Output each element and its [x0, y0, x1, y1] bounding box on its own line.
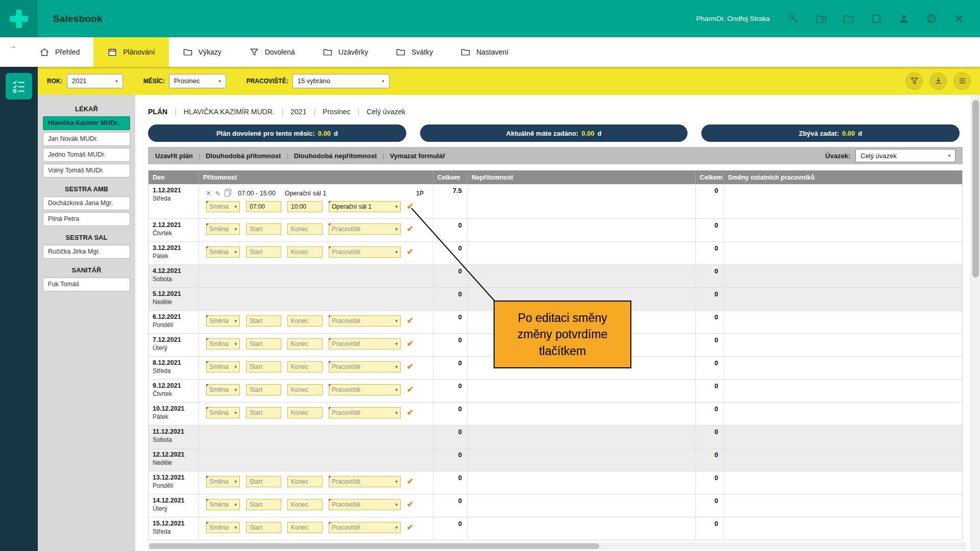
- confirm-shift-button[interactable]: ✔: [407, 363, 413, 371]
- start-time-input[interactable]: [246, 522, 281, 533]
- vertical-scrollbar[interactable]: [971, 95, 980, 551]
- shift-type-select[interactable]: Směna▾: [206, 201, 240, 212]
- workplace-select[interactable]: Operační sál 1▾: [329, 201, 401, 212]
- workplace-select[interactable]: Pracoviště▾: [329, 476, 401, 487]
- shift-type-select[interactable]: Směna▾: [206, 384, 240, 395]
- end-time-input[interactable]: [287, 223, 323, 235]
- start-time-input[interactable]: [246, 407, 281, 418]
- start-time-input[interactable]: [246, 361, 281, 372]
- shift-type-select[interactable]: Směna▾: [206, 361, 240, 372]
- filter-circle-button[interactable]: [905, 72, 923, 90]
- workplace-select[interactable]: Pracoviště▾: [329, 522, 401, 533]
- confirm-shift-button[interactable]: ✔: [407, 317, 413, 325]
- sidebar-item-volny-tomas-mudr[interactable]: Volný Tomáš MUDr.: [43, 164, 130, 178]
- folder-export-icon[interactable]: [815, 12, 828, 26]
- edit-entry-icon[interactable]: ✎: [215, 190, 220, 197]
- nav-item-planovani[interactable]: Plánování: [93, 37, 168, 67]
- end-time-input[interactable]: [287, 201, 323, 212]
- folder-icon[interactable]: [842, 12, 855, 26]
- confirm-shift-button[interactable]: ✔: [407, 248, 413, 256]
- confirm-shift-button[interactable]: ✔: [407, 500, 413, 509]
- workplace-select[interactable]: Pracoviště▾: [329, 338, 401, 349]
- shift-type-select[interactable]: Směna▾: [206, 476, 240, 487]
- end-time-input[interactable]: [287, 338, 323, 349]
- copy-entry-icon[interactable]: [225, 190, 230, 196]
- start-time-input[interactable]: [246, 476, 281, 487]
- end-time-input[interactable]: [287, 384, 323, 395]
- workplace-select[interactable]: Pracoviště▾: [329, 223, 401, 235]
- start-time-input[interactable]: [246, 315, 281, 327]
- confirm-shift-button[interactable]: ✔: [407, 225, 413, 233]
- shift-type-select[interactable]: Směna▾: [206, 499, 240, 510]
- delete-entry-icon[interactable]: ×: [206, 189, 211, 197]
- workplace-select[interactable]: Pracoviště▾: [329, 407, 401, 418]
- end-time-input[interactable]: [287, 499, 323, 510]
- nav-item-dovolena[interactable]: Dovolená: [235, 37, 309, 67]
- pracoviste-select[interactable]: 15 vybráno ▾: [292, 74, 389, 88]
- workplace-select[interactable]: Pracoviště▾: [329, 499, 401, 510]
- confirm-shift-button[interactable]: ✔: [407, 386, 413, 394]
- end-time-input[interactable]: [287, 246, 323, 258]
- vymazat-formular-button[interactable]: Vymazat formulář: [384, 152, 451, 160]
- key-icon[interactable]: [787, 12, 800, 26]
- start-time-input[interactable]: [246, 338, 281, 349]
- shift-type-select[interactable]: Směna▾: [206, 407, 240, 418]
- stop-icon[interactable]: [870, 12, 883, 26]
- horizontal-scrollbar[interactable]: [148, 542, 967, 550]
- end-time-input[interactable]: [287, 476, 323, 487]
- end-time-input[interactable]: [287, 522, 323, 533]
- shift-type-select[interactable]: Směna▾: [206, 246, 240, 258]
- sidebar-item-dochazkova-jana-mgr[interactable]: Docházková Jana Mgr.: [43, 196, 130, 210]
- start-time-input[interactable]: [246, 384, 281, 395]
- app-logo[interactable]: [0, 0, 38, 37]
- sidebar-item-fuk-tomas[interactable]: Fuk Tomáš: [43, 278, 130, 291]
- sidebar-item-hlavicka-kazimir-mudr[interactable]: Hlavička Kazimír MUDr.: [43, 116, 130, 130]
- dlouhodoba-nepritomnost-button[interactable]: Dlouhodobá nepřítomnost: [288, 152, 382, 160]
- mesic-select[interactable]: Prosinec ▾: [169, 74, 226, 88]
- chevron-down-icon: ▾: [218, 79, 221, 84]
- confirm-shift-button[interactable]: ✔: [407, 523, 413, 532]
- confirm-shift-button[interactable]: ✔: [407, 203, 413, 211]
- shift-type-select[interactable]: Směna▾: [206, 315, 240, 327]
- end-time-input[interactable]: [287, 315, 323, 327]
- gear-icon[interactable]: ⚙: [925, 12, 938, 26]
- sidebar-item-jedno-tomas-mudr[interactable]: Jedno Tomáš MUDr.: [43, 148, 130, 162]
- export-circle-button[interactable]: [929, 72, 947, 90]
- uvazek-select[interactable]: Celý úvazek ▾: [855, 149, 955, 162]
- shift-type-select[interactable]: Směna▾: [206, 223, 240, 235]
- workplace-select[interactable]: Pracoviště▾: [329, 315, 401, 327]
- shift-type-select[interactable]: Směna▾: [206, 522, 240, 533]
- nav-item-nastaveni[interactable]: Nastavení: [447, 37, 522, 67]
- confirm-shift-button[interactable]: ✔: [407, 409, 413, 417]
- nav-item-uzaverky[interactable]: Uzávěrky: [309, 37, 382, 67]
- sidebar-item-rucicka-jirka-mgr[interactable]: Ručička Jirka Mgr.: [43, 245, 130, 259]
- sidebar-item-jan-novak-mudr[interactable]: Jan Novák MUDr.: [43, 132, 130, 146]
- confirm-shift-button[interactable]: ✔: [407, 478, 413, 486]
- close-icon[interactable]: ✕: [952, 12, 966, 26]
- workplace-select[interactable]: Pracoviště▾: [329, 384, 401, 395]
- dlouhodoba-pritomnost-button[interactable]: Dlouhodobá přítomnost: [200, 152, 286, 160]
- nav-item-vykazy[interactable]: Výkazy: [169, 37, 235, 67]
- confirm-shift-button[interactable]: ✔: [407, 340, 413, 348]
- start-time-input[interactable]: [246, 223, 281, 235]
- menu-circle-button[interactable]: [953, 72, 971, 90]
- end-time-input[interactable]: [287, 407, 323, 418]
- workplace-select[interactable]: Pracoviště▾: [329, 246, 401, 258]
- checklist-button[interactable]: [6, 73, 32, 99]
- start-time-input[interactable]: [246, 201, 281, 212]
- nav-item-prehled[interactable]: Přehled: [26, 37, 93, 67]
- shift-type-select[interactable]: Směna▾: [206, 338, 240, 349]
- collapse-arrow-icon[interactable]: →: [0, 37, 26, 67]
- shift-form: Směna▾Pracoviště▾✔: [206, 223, 433, 235]
- start-time-input[interactable]: [246, 499, 281, 510]
- uzavrit-plan-button[interactable]: Uzavřít plán: [155, 152, 199, 160]
- sidebar-item-pilna-petra[interactable]: Pilná Petra: [43, 212, 130, 226]
- vertical-scrollbar-thumb[interactable]: [972, 100, 979, 278]
- start-time-input[interactable]: [246, 246, 281, 258]
- workplace-select[interactable]: Pracoviště▾: [329, 361, 401, 372]
- end-time-input[interactable]: [287, 361, 323, 372]
- rok-select[interactable]: 2021 ▾: [67, 74, 123, 88]
- user-icon[interactable]: [897, 12, 911, 26]
- nav-item-svatky[interactable]: Svátky: [382, 37, 447, 67]
- horizontal-scrollbar-thumb[interactable]: [149, 543, 599, 549]
